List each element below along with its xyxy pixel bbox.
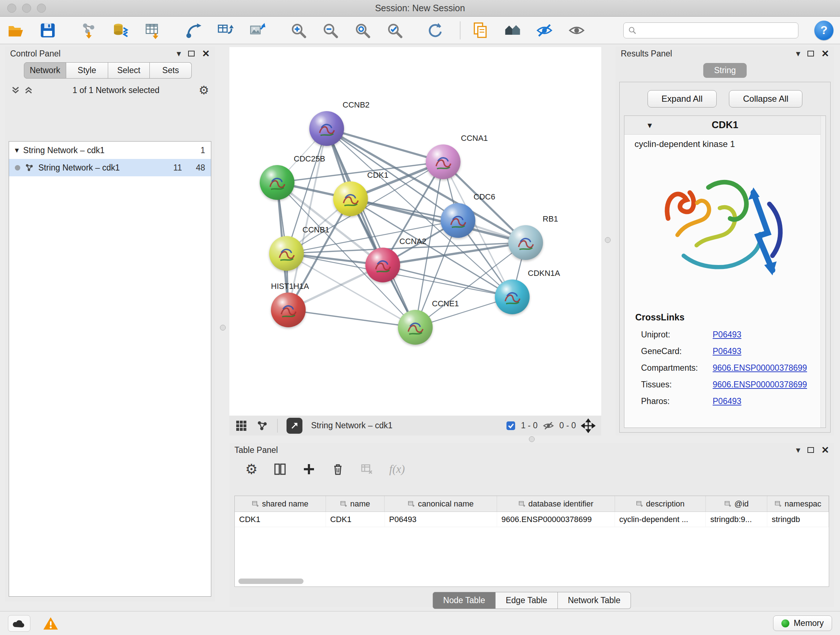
control-panel-menu-icon[interactable]: ▾ — [177, 49, 181, 58]
zoom-out-button[interactable] — [321, 20, 340, 41]
search-text-field[interactable] — [639, 26, 794, 35]
expand-all-button[interactable]: Expand All — [647, 90, 717, 108]
add-column-icon[interactable] — [302, 463, 316, 476]
table-cell[interactable]: CDK1 — [235, 512, 326, 527]
column-header-description[interactable]: description — [615, 496, 706, 511]
gene-entry-collapse-icon[interactable]: ▾ — [647, 120, 652, 130]
zoom-window-button[interactable] — [37, 4, 46, 13]
control-panel-close-icon[interactable]: ✕ — [202, 49, 210, 58]
open-session-button[interactable] — [6, 20, 25, 41]
table-panel-close-icon[interactable]: ✕ — [821, 445, 829, 455]
network-node-CCNE1[interactable] — [398, 310, 433, 345]
left-splitter-handle[interactable] — [220, 325, 226, 331]
birds-eye-view-icon[interactable] — [235, 420, 248, 432]
network-node-CCNA2[interactable] — [365, 248, 400, 282]
network-options-gear-icon[interactable]: ⚙ — [199, 84, 209, 96]
show-columns-icon[interactable] — [273, 463, 286, 476]
network-node-CDK1[interactable] — [333, 181, 368, 216]
network-node-HIST1H1A[interactable] — [271, 293, 306, 327]
table-cell[interactable]: 9606.ENSP00000378699 — [497, 512, 615, 527]
table-panel-menu-icon[interactable]: ▾ — [796, 446, 800, 454]
table-cell[interactable]: P06493 — [385, 512, 497, 527]
network-node-CCNB1[interactable] — [269, 236, 304, 271]
tab-node-table[interactable]: Node Table — [433, 592, 496, 609]
network-node-CDC6[interactable] — [441, 203, 475, 238]
crosslink-value-link[interactable]: P06493 — [713, 396, 741, 406]
crosslink-value-link[interactable]: 9606.ENSP00000378699 — [713, 363, 807, 373]
zoom-selected-button[interactable] — [385, 20, 404, 41]
selected-checkbox-icon[interactable] — [506, 421, 516, 431]
results-panel-close-icon[interactable]: ✕ — [821, 49, 829, 58]
tab-select[interactable]: Select — [108, 62, 150, 79]
delete-column-icon[interactable] — [332, 463, 344, 476]
bottom-splitter-handle[interactable] — [529, 436, 535, 442]
table-horizontal-scrollbar[interactable] — [238, 578, 303, 584]
network-collection-row[interactable]: ▾ String Network – cdk1 1 — [9, 141, 211, 159]
import-network-from-file-button[interactable] — [79, 20, 98, 41]
results-panel-float-icon[interactable] — [807, 51, 814, 57]
import-table-from-file-button[interactable] — [144, 20, 162, 41]
tab-sets[interactable]: Sets — [150, 62, 192, 79]
zoom-in-button[interactable] — [289, 20, 308, 41]
collapse-all-button[interactable]: Collapse All — [729, 90, 802, 108]
cloud-status-button[interactable] — [8, 615, 30, 632]
network-row[interactable]: String Network – cdk1 11 48 — [9, 159, 211, 176]
network-tools-button[interactable] — [184, 20, 202, 41]
expand-all-icon[interactable] — [24, 86, 33, 95]
home-views-button[interactable] — [503, 20, 522, 41]
table-panel-float-icon[interactable] — [807, 447, 814, 453]
import-network-from-database-button[interactable] — [111, 20, 130, 41]
save-session-button[interactable] — [39, 20, 57, 41]
crosslink-value-link[interactable]: P06493 — [713, 330, 741, 340]
results-panel-menu-icon[interactable]: ▾ — [796, 49, 800, 58]
hide-selected-button[interactable] — [535, 20, 554, 41]
refresh-view-button[interactable] — [426, 20, 445, 41]
export-view-button[interactable] — [286, 418, 302, 434]
close-window-button[interactable] — [7, 4, 16, 13]
copy-document-button[interactable] — [471, 20, 490, 41]
crosslink-value-link[interactable]: 9606.ENSP00000378699 — [713, 380, 807, 390]
table-cell[interactable]: CDK1 — [326, 512, 385, 527]
collapse-all-icon[interactable] — [11, 86, 20, 95]
tab-edge-table[interactable]: Edge Table — [496, 592, 558, 609]
entry-scrollbar[interactable] — [821, 116, 826, 428]
network-canvas[interactable]: CCNB2 CCNA1 CDC25B CDK1 CDC6 RB1 CCNB1 C… — [229, 47, 601, 416]
memory-button[interactable]: Memory — [773, 616, 832, 631]
help-button[interactable]: ? — [814, 21, 834, 40]
tab-network[interactable]: Network — [24, 62, 66, 79]
table-cell[interactable]: cyclin-dependent ... — [615, 512, 706, 527]
show-all-button[interactable] — [568, 20, 586, 41]
tab-style[interactable]: Style — [66, 62, 108, 79]
network-node-CDKN1A[interactable] — [495, 279, 530, 314]
results-tab-string[interactable]: String — [703, 63, 747, 78]
column-header-canonical-name[interactable]: canonical name — [385, 496, 497, 511]
warning-icon[interactable] — [43, 616, 58, 631]
minimize-window-button[interactable] — [22, 4, 31, 13]
table-options-gear-icon[interactable]: ⚙ — [245, 462, 257, 476]
gene-entry-header[interactable]: ▾ CDK1 — [624, 116, 826, 135]
clone-network-button[interactable] — [216, 20, 235, 41]
search-input[interactable] — [623, 22, 798, 38]
column-header--id[interactable]: @id — [706, 496, 767, 511]
column-header-name[interactable]: name — [326, 496, 385, 511]
table-row[interactable]: CDK1CDK1P064939606.ENSP00000378699cyclin… — [235, 512, 829, 527]
network-node-CCNA1[interactable] — [426, 144, 461, 179]
column-header-shared-name[interactable]: shared name — [235, 496, 326, 511]
right-splitter-handle[interactable] — [605, 237, 611, 243]
crosslink-value-link[interactable]: P06493 — [713, 347, 741, 356]
network-node-CDC25B[interactable] — [260, 165, 294, 200]
network-node-RB1[interactable] — [508, 225, 543, 260]
tab-network-table[interactable]: Network Table — [558, 592, 631, 609]
hidden-eye-icon[interactable] — [543, 420, 554, 432]
table-cell[interactable]: stringdb — [767, 512, 829, 527]
tree-expand-icon[interactable]: ▾ — [15, 146, 19, 155]
column-header-database-identifier[interactable]: database identifier — [497, 496, 615, 511]
control-panel-float-icon[interactable] — [188, 51, 195, 57]
zoom-fit-button[interactable] — [354, 20, 372, 41]
column-header-namespac[interactable]: namespac — [767, 496, 829, 511]
export-image-button[interactable] — [248, 20, 267, 41]
table-cell[interactable]: stringdb:9... — [706, 512, 767, 527]
network-overview-icon[interactable] — [256, 420, 268, 432]
fit-selected-crosshair-icon[interactable] — [581, 418, 595, 433]
network-node-CCNB2[interactable] — [309, 111, 344, 146]
